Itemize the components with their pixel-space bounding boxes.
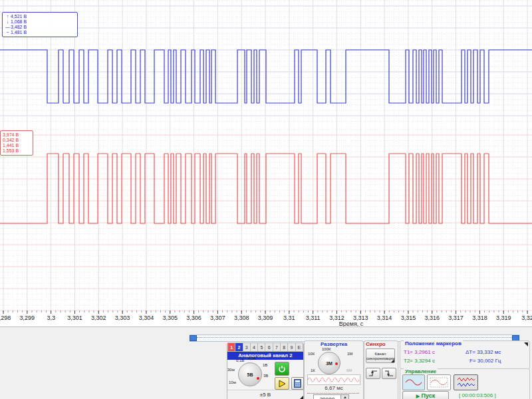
volts-div-value: 5В: [247, 372, 253, 377]
knob-label-30m: 30м: [227, 368, 235, 372]
marker-t2-value: T2= 3,3294 с: [404, 358, 435, 364]
up-arrow-icon: [344, 396, 346, 398]
segment-capture-button[interactable]: [427, 374, 451, 390]
sweep-waveform-preview: [307, 374, 360, 385]
panel-resize-grip[interactable]: [299, 396, 303, 399]
time-tick-label: 3,319: [496, 315, 511, 321]
knob-label-3v: 3В: [263, 374, 268, 378]
channel-tab-3[interactable]: 3: [243, 342, 251, 352]
power-icon: [278, 365, 286, 373]
channel-tab-E[interactable]: E: [296, 342, 303, 352]
markers-collapse-grip[interactable]: [524, 342, 528, 346]
scope-plot[interactable]: 3,2983,2993,33,3013,3023,3033,3043,3053,…: [0, 0, 532, 327]
sync-menu-grip: [391, 359, 394, 362]
sync-channel-label-line1: Канал: [366, 352, 394, 356]
time-tick-label: 3,318: [472, 315, 487, 321]
run-button[interactable]: ▶ Пуск: [402, 391, 449, 399]
time-tick-label: 3,304: [139, 315, 154, 321]
falling-edge-button[interactable]: [382, 368, 396, 379]
ch2-min-value: 1,068 В: [11, 19, 27, 24]
rate-label-6m: 6М: [346, 368, 352, 372]
sweep-panel-title: Развертка: [305, 341, 363, 347]
calculator-icon: [294, 379, 301, 388]
channel-panel-body: 0,1В 0,3В 1В 3В 30м 10м 5В: [227, 360, 303, 389]
knob-label-0.1v: 0,1В: [236, 358, 244, 362]
channel-tab-8[interactable]: 8: [281, 342, 288, 352]
time-tick-label: 3,308: [234, 315, 249, 321]
oscilloscope-window: 3,2983,2993,33,3013,3023,3033,3043,3053,…: [0, 0, 532, 399]
dashed-wave-icon: [430, 377, 448, 388]
time-tick-label: 3,302: [91, 315, 106, 321]
time-tick-label: 3,301: [67, 315, 82, 321]
scrollbar-left-handle[interactable]: [190, 335, 197, 341]
ch1-max-value: 3,974 В: [3, 132, 31, 138]
ch2-mean-value: 3,482 В: [11, 25, 27, 29]
rising-edge-button[interactable]: [366, 368, 380, 379]
channel-tab-5[interactable]: 5: [258, 342, 265, 352]
rate-label-1m: 1М: [347, 352, 352, 356]
rate-label-1k: 1К: [311, 368, 315, 372]
play-triangle-icon: [278, 380, 286, 388]
sync-channel-button[interactable]: Канал синхронизации: [366, 348, 395, 363]
time-tick-label: 3,299: [20, 315, 35, 321]
samples-value: 20000: [314, 395, 340, 399]
sweep-panel: Развертка 100К 10К 1М 1К 6М 3М 6,67 мс 2…: [304, 340, 364, 399]
single-wave-icon: [405, 377, 422, 388]
ch2-max-value: 4,521 В: [11, 14, 27, 19]
channel-autoset-button[interactable]: [275, 377, 289, 390]
min-icon: ↓: [5, 19, 11, 25]
rms-icon: ~: [5, 30, 11, 35]
run-button-label: Пуск: [422, 392, 436, 399]
rate-label-100k: 100К: [322, 347, 331, 351]
multi-wave-icon: [457, 376, 475, 388]
marker-dt-value: ΔT= 33,332 мс: [466, 349, 501, 355]
ch1-rms-value: 1,553 В: [3, 148, 31, 154]
channel-panel: 123456789E Аналоговый канал 2 0,1В 0,3В …: [227, 342, 304, 399]
channel-range-label: ±5 В: [227, 390, 303, 399]
channel-tab-7[interactable]: 7: [273, 342, 281, 352]
channel-tab-1[interactable]: 1: [227, 342, 235, 352]
channel-tab-4[interactable]: 4: [251, 342, 258, 352]
elapsed-time: [ 00:00:03:506 ]: [459, 392, 496, 398]
channel-tab-9[interactable]: 9: [288, 342, 295, 352]
volts-div-knob[interactable]: 5В: [238, 362, 262, 386]
rate-knob-indicator: [335, 362, 338, 365]
samples-spinner[interactable]: 20000: [313, 394, 349, 399]
ch2-measurements-box[interactable]: ↑4,521 В ↓1,068 В —3,482 В ~1,481 В: [2, 12, 78, 37]
rate-label-10k: 10К: [308, 352, 315, 356]
channel-tab-2[interactable]: 2: [235, 342, 243, 352]
volts-knob-indicator: [257, 377, 259, 380]
time-tick-label: 3,31: [283, 315, 295, 321]
time-tick-label: 3,306: [186, 315, 201, 321]
channel-power-button[interactable]: [275, 362, 289, 376]
time-tick-label: 3,307: [210, 315, 225, 321]
channel-tab-6[interactable]: 6: [265, 342, 273, 352]
time-tick-label: 3,309: [258, 315, 273, 321]
channel-tabs: 123456789E: [227, 342, 303, 352]
time-tick-label: 3,316: [424, 315, 440, 321]
sine-wave-icon: [308, 375, 360, 384]
channel-calculator-button[interactable]: [291, 377, 304, 390]
continuous-capture-button[interactable]: [454, 374, 478, 390]
markers-panel: Положение маркеров T1= 3,2961 с T2= 3,32…: [400, 340, 530, 369]
ch1-measurements-box[interactable]: 3,974 В 0,342 В 1,441 В 1,553 В: [0, 130, 33, 156]
spinner-up-button[interactable]: [340, 395, 348, 399]
time-tick-label: 3,317: [448, 315, 464, 321]
time-tick-label: 3,3: [47, 315, 55, 321]
knob-label-1v: 1В: [263, 363, 267, 367]
time-tick-label: 3,303: [115, 315, 130, 321]
rising-edge-icon: [368, 370, 378, 377]
control-panel-title: Управление: [404, 368, 438, 374]
marker-t1-value: T1= 3,2961 с: [404, 349, 435, 355]
ch1-min-value: 0,342 В: [3, 138, 31, 143]
run-play-icon: ▶: [416, 394, 420, 398]
scrollbar-track[interactable]: [197, 337, 512, 338]
sync-channel-label-line2: синхронизации: [366, 356, 394, 361]
max-icon: ↑: [5, 14, 11, 19]
sync-panel-title: Синхро: [366, 341, 386, 347]
time-per-div-label: 6,67 мс: [305, 385, 363, 391]
single-capture-button[interactable]: [402, 374, 425, 390]
time-tick-label: 3,315: [401, 315, 416, 321]
mean-icon: —: [5, 25, 11, 30]
ch2-rms-value: 1,481 В: [11, 30, 27, 35]
